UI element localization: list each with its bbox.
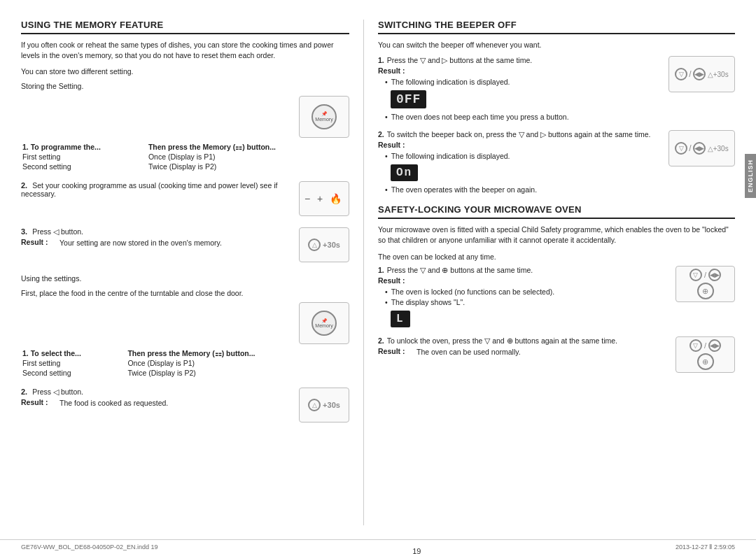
beeper-result1-label: Result : <box>378 66 416 75</box>
step1-row1-c1: First setting <box>21 152 147 162</box>
memory-circle1: 📌Memory <box>312 104 337 129</box>
safety-intro: Your microwave oven is fitted with a spe… <box>378 225 735 246</box>
beeper-section: SWITCHING THE BEEPER OFF You can switch … <box>378 20 735 196</box>
safe-bullet2: The display shows "L". <box>385 298 668 306</box>
display-off: 0FF <box>391 90 426 108</box>
first-place-text: First, place the food in the centre of t… <box>21 288 349 299</box>
step1-header-col2: Then press the Memory (⚏) button... <box>147 142 349 152</box>
plus30s-box1: △ +30s <box>299 227 349 262</box>
can-store-text: You can store two different setting. <box>21 66 349 77</box>
right-column: SWITCHING THE BEEPER OFF You can switch … <box>364 20 735 525</box>
safety-step2: ▽ / ◀▶ ⊕ 2.To unlock the oven, press the… <box>378 336 735 377</box>
step1-header-col1: 1. To programme the... <box>21 142 147 152</box>
select-table: 1. To select the... Then press the Memor… <box>21 348 349 378</box>
display-l: L <box>391 311 410 327</box>
lock-combo-box1: ▽ / ◀▶ ⊕ <box>676 266 735 302</box>
safety-section: SAFETY-LOCKING YOUR MICROWAVE OVEN Your … <box>378 204 735 377</box>
beeper-intro: You can switch the beeper off whenever y… <box>378 40 735 50</box>
step1-row1-c2: Once (Display is P1) <box>147 152 349 162</box>
safe-step1-label: 1. <box>378 266 384 274</box>
safe-bullet1: The oven is locked (no functions can be … <box>385 287 668 296</box>
footer-right: 2013-12-27 Ⅱ 2:59:05 <box>676 544 735 551</box>
step3-text: Press ◁ button. <box>32 227 83 236</box>
beeper-step1: ▽ / ◀▶ △+30s 1.Press the ▽ and ▷ buttons… <box>378 56 735 123</box>
step1-block: 📌Memory 1. To programme the... Then pres… <box>21 96 349 174</box>
step3-label: 3. <box>21 227 27 236</box>
beeper-step2: ▽ / ◀▶ △+30s 2.To switch the beeper back… <box>378 130 735 196</box>
result2-text-left: The food is cooked as requested. <box>59 398 168 409</box>
select-header-col1: 1. To select the... <box>21 348 126 358</box>
press-step-block: △ +30s 2. Press ◁ button. Result : The f… <box>21 388 349 427</box>
beeper-btn-combo1: ▽ / ◀▶ △+30s <box>668 56 735 92</box>
result1-label: Result : <box>21 238 59 246</box>
result2-label-left: Result : <box>21 398 59 406</box>
beeper-btn-combo2: ▽ / ◀▶ △+30s <box>668 130 735 166</box>
footer-left: GE76V-WW_BOL_DE68-04050P-02_EN.indd 19 <box>21 544 158 551</box>
page-number: 19 <box>158 547 676 554</box>
select-step-block: 📌Memory 1. To select the... Then press t… <box>21 302 349 381</box>
press-text: Press ◁ button. <box>32 388 83 396</box>
press-label: 2. <box>21 388 27 396</box>
memory-label1: Memory <box>315 117 332 122</box>
plus30s-box2: △ +30s <box>299 388 349 422</box>
beeper-step1-text: Press the ▽ and ▷ buttons at the same ti… <box>387 56 532 64</box>
footer: GE76V-WW_BOL_DE68-04050P-02_EN.indd 19 1… <box>0 539 756 554</box>
select-row1-c2: Once (Display is P1) <box>126 358 349 368</box>
step1-table: 1. To programme the... Then press the Me… <box>21 142 349 171</box>
storing-label: Storing the Setting. <box>21 81 349 92</box>
safe-result1-label: Result : <box>378 276 416 285</box>
select-row1-c1: First setting <box>21 358 126 368</box>
select-row2-c2: Twice (Display is P2) <box>126 368 349 378</box>
safety-title: SAFETY-LOCKING YOUR MICROWAVE OVEN <box>378 204 735 219</box>
beeper-bullet4: The oven operates with the beeper on aga… <box>385 185 662 194</box>
memory-icon-box1: 📌Memory <box>299 96 349 138</box>
beeper-bullet1: The following indication is displayed. <box>385 78 662 86</box>
safe-result2-label: Result : <box>378 347 416 355</box>
step1-row2-c2: Twice (Display is P2) <box>147 162 349 171</box>
beeper-bullet2: The oven does not beep each time you pre… <box>385 113 662 121</box>
safe-step2-label: 2. <box>378 336 384 345</box>
left-column: USING THE MEMORY FEATURE If you often co… <box>21 20 364 525</box>
step2-label: 2. <box>21 181 27 190</box>
safe-step2-text: To unlock the oven, press the ▽ and ⊕ bu… <box>387 336 617 345</box>
step2-block: − + 🔥 2. Set your cooking programme as u… <box>21 181 349 220</box>
english-tab: ENGLISH <box>745 154 756 198</box>
left-section-title: USING THE MEMORY FEATURE <box>21 20 349 34</box>
step3-block: △ +30s 3. Press ◁ button. Result : Your … <box>21 227 349 267</box>
page: USING THE MEMORY FEATURE If you often co… <box>0 0 756 554</box>
safe-result2-text: The oven can be used normally. <box>416 347 521 357</box>
memory-circle2: 📌Memory <box>312 311 337 336</box>
can-be-locked: The oven can be locked at any time. <box>378 252 735 262</box>
beeper-result2-label: Result : <box>378 141 416 149</box>
left-intro-text: If you often cook or reheat the same typ… <box>21 40 349 61</box>
beeper-step2-label: 2. <box>378 130 384 138</box>
lock-combo-box2: ▽ / ◀▶ ⊕ <box>676 336 735 373</box>
beeper-bullet3: The following indication is displayed. <box>385 152 662 160</box>
safe-step1-text: Press the ▽ and ⊕ buttons at the same ti… <box>387 266 533 274</box>
select-header-col2: Then press the Memory (⚏) button... <box>126 348 349 358</box>
using-settings-label: Using the settings. <box>21 274 349 284</box>
step1-row2-c1: Second setting <box>21 162 147 171</box>
memory-icon-box2: 📌Memory <box>299 302 349 344</box>
beeper-step1-label: 1. <box>378 56 384 64</box>
result1-text: Your setting are now stored in the oven'… <box>59 238 222 248</box>
beeper-step2-text: To switch the beeper back on, press the … <box>387 130 651 138</box>
safety-step1: ▽ / ◀▶ ⊕ 1.Press the ▽ and ⊕ buttons at … <box>378 266 735 329</box>
step2-text: Set your cooking programme as usual (coo… <box>21 181 277 198</box>
display-on: On <box>391 164 418 181</box>
beeper-title: SWITCHING THE BEEPER OFF <box>378 20 735 34</box>
plus-minus-box: − + 🔥 <box>299 181 349 216</box>
select-row2-c1: Second setting <box>21 368 126 378</box>
